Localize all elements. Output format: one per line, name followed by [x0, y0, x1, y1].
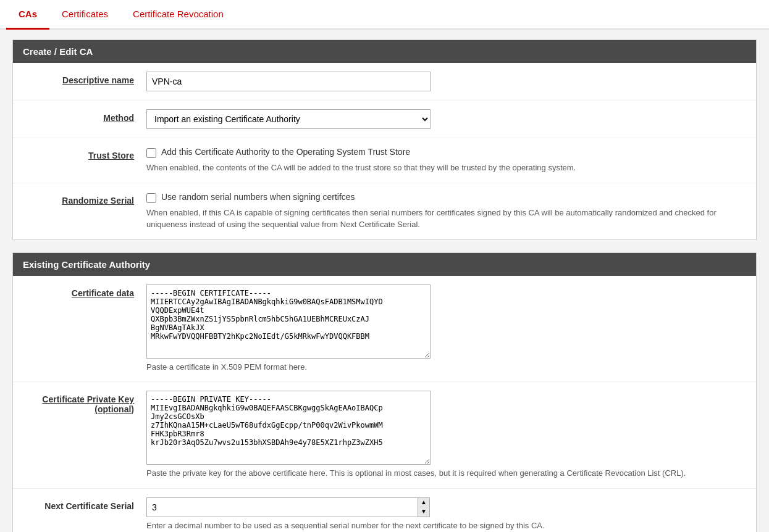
randomize-serial-row: Randomize Serial Use random serial numbe… — [13, 183, 756, 239]
randomize-serial-hint: When enabled, if this CA is capable of s… — [146, 207, 746, 231]
cert-private-key-row: Certificate Private Key (optional) -----… — [13, 382, 756, 489]
serial-increment-button[interactable]: ▲ — [418, 498, 429, 507]
randomize-serial-checkbox-row: Use random serial numbers when signing c… — [146, 192, 746, 203]
trust-store-checkbox[interactable] — [146, 148, 156, 158]
descriptive-name-wrap — [146, 72, 746, 91]
randomize-serial-wrap: Use random serial numbers when signing c… — [146, 192, 746, 231]
trust-store-row: Trust Store Add this Certificate Authori… — [13, 138, 756, 183]
serial-spinner: ▲ ▼ — [418, 497, 430, 517]
trust-store-checkbox-row: Add this Certificate Authority to the Op… — [146, 147, 746, 158]
page-content: Create / Edit CA Descriptive name Method… — [0, 30, 769, 532]
cert-private-key-hint: Paste the private key for the above cert… — [146, 467, 746, 480]
tab-bar: CAs Certificates Certificate Revocation — [0, 0, 769, 30]
randomize-serial-label: Randomize Serial — [23, 192, 146, 206]
create-edit-ca-panel: Create / Edit CA Descriptive name Method… — [12, 39, 757, 240]
method-wrap: Import an existing Certificate Authority… — [146, 109, 746, 129]
tab-certificate-revocation[interactable]: Certificate Revocation — [120, 0, 236, 30]
next-cert-serial-hint: Enter a decimal number to be used as a s… — [146, 520, 746, 532]
tab-certificates[interactable]: Certificates — [49, 0, 120, 30]
randomize-serial-checkbox[interactable] — [146, 193, 156, 203]
trust-store-wrap: Add this Certificate Authority to the Op… — [146, 147, 746, 174]
cert-data-textarea[interactable]: -----BEGIN CERTIFICATE----- MIIERTCCAy2g… — [146, 285, 431, 359]
randomize-serial-checkbox-label: Use random serial numbers when signing c… — [161, 192, 355, 202]
trust-store-hint: When enabled, the contents of the CA wil… — [146, 162, 746, 174]
tab-cas[interactable]: CAs — [6, 0, 49, 30]
next-cert-serial-label: Next Certificate Serial — [23, 497, 146, 511]
next-cert-serial-input[interactable] — [146, 497, 418, 517]
serial-decrement-button[interactable]: ▼ — [418, 507, 429, 517]
cert-private-key-textarea-wrap: -----BEGIN PRIVATE KEY----- MIIEvgIBADAN… — [146, 391, 746, 465]
cert-data-wrap: -----BEGIN CERTIFICATE----- MIIERTCCAy2g… — [146, 285, 746, 373]
next-cert-serial-row: Next Certificate Serial ▲ ▼ Enter a deci… — [13, 489, 756, 533]
existing-ca-header: Existing Certificate Authority — [13, 253, 756, 276]
cert-private-key-textarea[interactable]: -----BEGIN PRIVATE KEY----- MIIEvgIBADAN… — [146, 391, 431, 465]
cert-data-label: Certificate data — [23, 285, 146, 298]
descriptive-name-label: Descriptive name — [23, 72, 146, 85]
trust-store-label: Trust Store — [23, 147, 146, 160]
create-edit-ca-header: Create / Edit CA — [13, 40, 756, 63]
method-select[interactable]: Import an existing Certificate Authority… — [146, 109, 431, 129]
descriptive-name-input[interactable] — [146, 72, 431, 91]
descriptive-name-row: Descriptive name — [13, 63, 756, 101]
method-label: Method — [23, 109, 146, 123]
cert-data-row: Certificate data -----BEGIN CERTIFICATE-… — [13, 276, 756, 383]
serial-input-wrap: ▲ ▼ — [146, 497, 746, 517]
cert-private-key-label: Certificate Private Key (optional) — [23, 391, 146, 414]
cert-data-textarea-wrap: -----BEGIN CERTIFICATE----- MIIERTCCAy2g… — [146, 285, 746, 359]
existing-ca-panel: Existing Certificate Authority Certifica… — [12, 252, 757, 533]
trust-store-checkbox-label: Add this Certificate Authority to the Op… — [161, 147, 410, 157]
method-row: Method Import an existing Certificate Au… — [13, 101, 756, 138]
cert-data-hint: Paste a certificate in X.509 PEM format … — [146, 361, 746, 373]
next-cert-serial-wrap: ▲ ▼ Enter a decimal number to be used as… — [146, 497, 746, 532]
cert-private-key-wrap: -----BEGIN PRIVATE KEY----- MIIEvgIBADAN… — [146, 391, 746, 480]
